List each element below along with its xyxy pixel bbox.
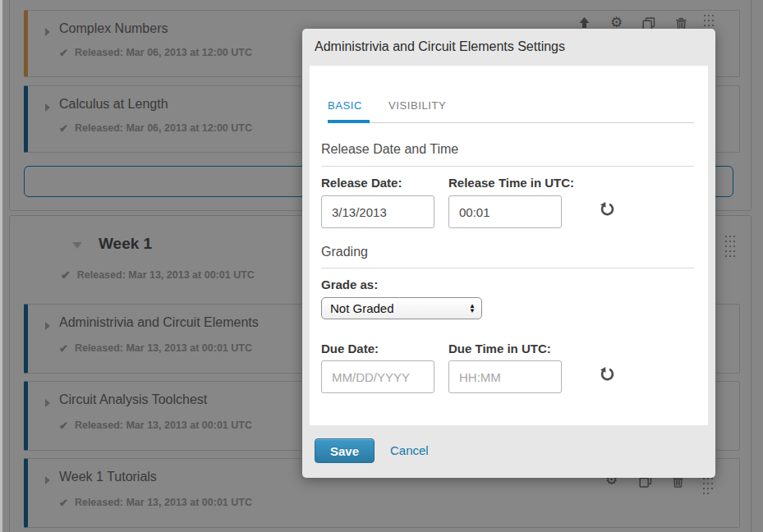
due-date-input[interactable] (321, 360, 434, 393)
modal-title: Administrivia and Circuit Elements Setti… (315, 39, 565, 54)
course-outline-page: Complex Numbers ✔ Released: Mar 06, 2013… (0, 0, 763, 532)
release-date-input[interactable] (321, 195, 434, 228)
release-section-heading: Release Date and Time (321, 142, 458, 157)
cancel-link[interactable]: Cancel (390, 443, 429, 457)
active-tab-underline (328, 120, 370, 123)
tabs-divider (328, 122, 694, 123)
reset-due-icon[interactable] (600, 367, 614, 382)
release-time-input[interactable] (448, 195, 562, 228)
modal-body: BASIC VISIBILITY Release Date and Time R… (310, 66, 708, 425)
release-date-label: Release Date: (321, 176, 402, 190)
grade-as-value: Not Graded (330, 301, 394, 315)
grading-section-heading: Grading (321, 245, 368, 259)
page-left-edge (0, 0, 2, 532)
due-time-label: Due Time in UTC: (448, 342, 551, 355)
due-time-input[interactable] (448, 360, 562, 393)
select-arrows-icon: ▲▼ (469, 304, 476, 314)
modal-tabs: BASIC VISIBILITY (328, 99, 446, 112)
tab-visibility[interactable]: VISIBILITY (388, 99, 446, 112)
release-time-label: Release Time in UTC: (448, 176, 574, 190)
reset-release-icon[interactable] (600, 202, 614, 217)
section-divider (321, 166, 694, 167)
grade-as-label: Grade as: (321, 277, 378, 291)
section-divider (321, 268, 694, 268)
save-button[interactable]: Save (315, 438, 375, 463)
subsection-settings-modal: Administrivia and Circuit Elements Setti… (302, 29, 715, 478)
due-date-label: Due Date: (321, 342, 379, 355)
tab-basic[interactable]: BASIC (328, 99, 362, 112)
grade-as-select[interactable]: Not Graded ▲▼ (321, 297, 482, 319)
